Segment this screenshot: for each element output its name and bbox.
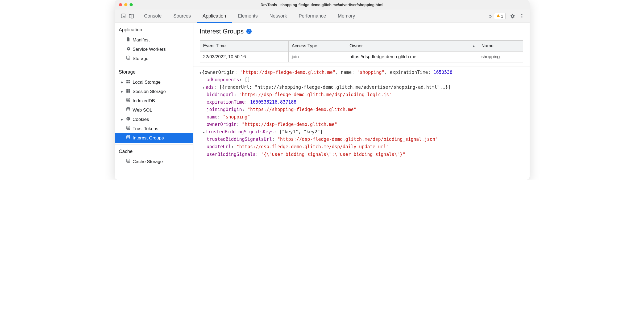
property-value: "shopping" (223, 114, 250, 120)
more-tabs-icon[interactable]: » (487, 13, 494, 19)
svg-rect-2 (131, 14, 133, 18)
property-key: name (207, 114, 218, 120)
svg-point-5 (521, 17, 522, 18)
database-icon (126, 98, 131, 104)
sidebar-item-label: Interest Groups (133, 135, 164, 141)
devtools-body: Application▶Manifest▶Service Workers▶Sto… (115, 23, 530, 180)
svg-point-20 (127, 119, 128, 120)
sidebar-heading: Application (115, 26, 193, 35)
property-line[interactable]: trustedBiddingSignalsUrl: "https://dsp-f… (196, 135, 527, 143)
info-icon[interactable]: i (246, 29, 252, 34)
sidebar-item-label: Web SQL (133, 108, 152, 113)
sidebar-item-local-storage[interactable]: ▶Local Storage (115, 78, 193, 87)
maximize-window-button[interactable] (130, 3, 133, 6)
property-line[interactable]: adComponents: [] (196, 76, 527, 83)
property-line[interactable]: name: "shopping" (196, 113, 527, 121)
svg-point-6 (127, 56, 130, 57)
settings-icon[interactable] (509, 13, 515, 19)
sort-indicator-icon: ▲ (472, 44, 475, 48)
sidebar-item-service-workers[interactable]: ▶Service Workers (115, 45, 193, 54)
svg-rect-8 (128, 80, 130, 81)
inspect-element-icon[interactable] (121, 13, 126, 19)
tab-memory[interactable]: Memory (332, 10, 361, 23)
property-key: userBiddingSignals (207, 152, 256, 157)
property-value: 1650538216.837188 (250, 99, 296, 105)
table-cell: https://dsp-fledge-demo.glitch.me (346, 52, 478, 62)
kebab-menu-icon[interactable] (519, 13, 525, 19)
property-value: [] (245, 77, 250, 82)
svg-rect-0 (121, 14, 125, 18)
object-summary-line[interactable]: ▼{ownerOrigin: "https://dsp-fledge-demo.… (196, 69, 527, 76)
caret-down-icon: ▼ (200, 71, 202, 75)
sidebar-item-web-sql[interactable]: ▶Web SQL (115, 105, 193, 115)
property-key: trustedBiddingSignalsKeys (206, 129, 274, 134)
property-key: updateUrl (207, 144, 231, 149)
events-table-wrap: Event TimeAccess TypeOwner▲Name 22/03/20… (193, 38, 530, 62)
minimize-window-button[interactable] (124, 3, 127, 6)
tab-sources[interactable]: Sources (168, 10, 197, 23)
property-key: expirationTime (207, 99, 245, 105)
property-line[interactable]: updateUrl: "https://dsp-fledge-demo.glit… (196, 143, 527, 150)
gear-icon (126, 46, 131, 52)
devtools-tabs: ConsoleSourcesApplicationElementsNetwork… (138, 10, 487, 23)
svg-point-23 (127, 135, 130, 137)
svg-rect-9 (126, 82, 128, 83)
sidebar-item-interest-groups[interactable]: ▶Interest Groups (115, 133, 193, 143)
column-header[interactable]: Owner▲ (346, 41, 478, 52)
property-line[interactable]: ownerOrigin: "https://dsp-fledge-demo.gl… (196, 121, 527, 128)
close-window-button[interactable] (119, 3, 122, 6)
tab-elements[interactable]: Elements (232, 10, 264, 23)
titlebar: DevTools - shopping-fledge-demo.glitch.m… (115, 0, 530, 10)
sidebar-item-cache-storage[interactable]: ▶Cache Storage (115, 157, 193, 166)
tab-network[interactable]: Network (264, 10, 293, 23)
sidebar-item-cookies[interactable]: ▶Cookies (115, 115, 193, 124)
main-panel: Interest Groups i Event TimeAccess TypeO… (193, 23, 530, 180)
sidebar-item-label: IndexedDB (133, 98, 155, 104)
column-header[interactable]: Event Time (200, 41, 288, 52)
file-icon (126, 37, 131, 43)
sidebar-item-label: Storage (133, 56, 149, 61)
devtools-window: DevTools - shopping-fledge-demo.glitch.m… (115, 0, 530, 180)
tab-performance[interactable]: Performance (293, 10, 332, 23)
property-line[interactable]: ▶trustedBiddingSignalsKeys: ["key1", "ke… (196, 128, 527, 135)
column-header[interactable]: Access Type (288, 41, 346, 52)
sidebar-item-indexeddb[interactable]: ▶IndexedDB (115, 96, 193, 105)
sidebar-item-trust-tokens[interactable]: ▶Trust Tokens (115, 124, 193, 133)
database-icon (126, 135, 131, 141)
property-line[interactable]: userBiddingSignals: "{\"user_bidding_sig… (196, 151, 527, 158)
property-line[interactable]: joiningOrigin: "https://shopping-fledge-… (196, 106, 527, 113)
sidebar-item-storage[interactable]: ▶Storage (115, 54, 193, 63)
grid-icon (126, 88, 131, 95)
device-toolbar-icon[interactable] (128, 13, 134, 19)
svg-point-24 (127, 159, 130, 160)
property-key: joiningOrigin (207, 107, 242, 112)
panel-header: Interest Groups i (193, 23, 530, 38)
table-row[interactable]: 22/03/2022, 10:50:16joinhttps://dsp-fled… (200, 52, 523, 62)
property-line[interactable]: ▶ads: [{renderUrl: "https://shopping-fle… (196, 83, 527, 91)
tabbar-right-controls: 1 (494, 13, 527, 19)
table-cell: shopping (478, 52, 523, 62)
svg-point-15 (127, 98, 130, 100)
sidebar-item-session-storage[interactable]: ▶Session Storage (115, 87, 193, 96)
application-sidebar: Application▶Manifest▶Service Workers▶Sto… (115, 23, 193, 180)
tab-application[interactable]: Application (197, 10, 232, 23)
warning-triangle-icon (496, 14, 500, 18)
svg-point-4 (521, 16, 522, 17)
tab-console[interactable]: Console (138, 10, 168, 23)
sidebar-item-label: Manifest (133, 37, 150, 43)
caret-right-icon: ▶ (203, 86, 205, 90)
events-table: Event TimeAccess TypeOwner▲Name 22/03/20… (200, 40, 523, 62)
caret-right-icon: ▶ (121, 90, 124, 93)
grid-icon (126, 79, 131, 85)
property-line[interactable]: biddingUrl: "https://dsp-fledge-demo.gli… (196, 91, 527, 98)
property-line[interactable]: expirationTime: 1650538216.837188 (196, 98, 527, 106)
sidebar-item-manifest[interactable]: ▶Manifest (115, 35, 193, 45)
panel-title: Interest Groups (200, 28, 244, 35)
caret-right-icon: ▶ (121, 81, 124, 84)
window-controls (119, 3, 133, 6)
property-key: adComponents (207, 77, 239, 82)
warnings-badge[interactable]: 1 (494, 13, 506, 19)
database-icon (126, 56, 131, 62)
column-header[interactable]: Name (478, 41, 523, 52)
sidebar-item-label: Cookies (133, 117, 149, 122)
